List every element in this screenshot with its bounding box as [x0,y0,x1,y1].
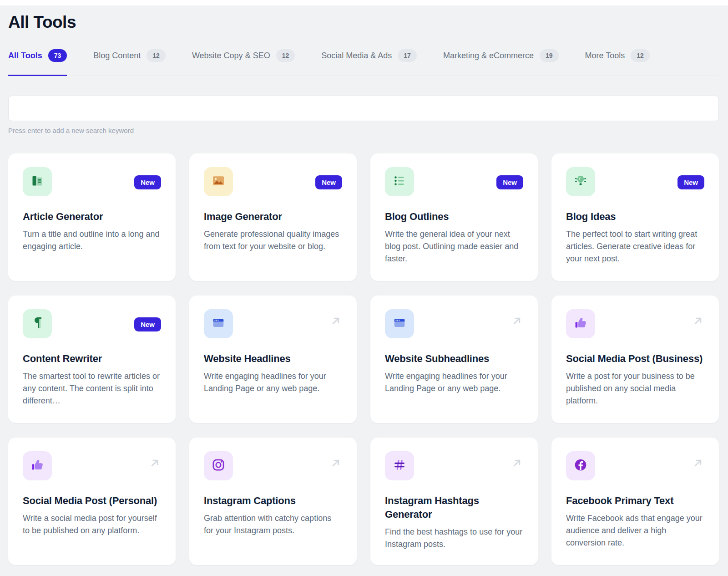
tab-social-media-ads[interactable]: Social Media & Ads 17 [321,49,417,76]
tool-title: Image Generator [204,210,342,224]
tab-label: All Tools [8,51,42,61]
tool-card[interactable]: Website Headlines Write engaging headlin… [189,296,357,423]
page-title: All Tools [8,13,719,32]
browser-icon [210,315,227,333]
search-hint: Press enter to add a new search keyword [8,127,719,134]
tool-title: Website Headlines [204,352,342,366]
tool-description: The smartest tool to rewrite articles or… [23,370,161,407]
all-tools-page: All Tools All Tools 73 Blog Content 12 W… [0,13,728,565]
tab-count-badge: 12 [276,49,295,62]
image-icon [210,173,227,191]
new-badge: New [677,175,704,189]
tab-count-badge: 19 [540,49,559,62]
lightbulb-icon [572,173,589,191]
tool-card[interactable]: Facebook Primary Text Write Facebook ads… [551,438,719,565]
instagram-icon [210,457,227,475]
tool-title: Blog Ideas [566,210,704,224]
open-arrow-icon[interactable] [329,457,342,471]
tab-label: Social Media & Ads [321,51,392,61]
tool-title: Website Subheadlines [385,352,523,366]
tool-description: Write engaging headlines for your Landin… [204,370,342,395]
tool-card[interactable]: Social Media Post (Business) Write a pos… [551,296,719,423]
tool-card[interactable]: New Content Rewriter The smartest tool t… [8,296,176,423]
facebook-icon [572,457,589,475]
tool-card[interactable]: Social Media Post (Personal) Write a soc… [8,438,176,565]
tool-title: Blog Outlines [385,210,523,224]
tool-title: Instagram Captions [204,494,342,508]
browser-icon [391,315,408,333]
tool-card-grid: New Article Generator Turn a title and o… [8,153,719,565]
tab-website-copy-seo[interactable]: Website Copy & SEO 12 [192,49,295,76]
tool-title: Social Media Post (Personal) [23,494,161,508]
tool-description: The perfect tool to start writing great … [566,228,704,265]
tool-card[interactable]: New Article Generator Turn a title and o… [8,153,176,281]
tool-description: Write a social media post for yourself t… [23,512,161,537]
tool-title: Facebook Primary Text [566,494,704,508]
tool-description: Write engaging headlines for your Landin… [385,370,523,395]
pilcrow-icon [29,315,46,333]
tool-card[interactable]: Instagram Hashtags Generator Find the be… [370,438,538,565]
tab-all-tools[interactable]: All Tools 73 [8,49,67,76]
tab-label: More Tools [585,51,625,61]
tool-card[interactable]: New Blog Ideas The perfect tool to start… [551,153,719,281]
tool-card[interactable]: New Blog Outlines Write the general idea… [370,153,538,281]
list-icon [391,173,408,191]
tool-description: Generate professional quality images fro… [204,228,342,253]
tab-more-tools[interactable]: More Tools 12 [585,49,650,76]
open-arrow-icon[interactable] [511,315,523,329]
tool-description: Find the best hashtags to use for your I… [385,526,523,551]
tool-title: Social Media Post (Business) [566,352,704,366]
open-arrow-icon[interactable] [692,457,704,471]
category-tabs: All Tools 73 Blog Content 12 Website Cop… [8,49,719,76]
tab-label: Website Copy & SEO [192,51,270,61]
tool-card[interactable]: New Image Generator Generate professiona… [189,153,357,281]
tool-description: Grab attention with catchy captions for … [204,512,342,537]
tab-blog-content[interactable]: Blog Content 12 [93,49,166,76]
tool-description: Write a post for your business to be pub… [566,370,704,407]
tab-label: Blog Content [93,51,141,61]
tool-description: Write Facebook ads that engage your audi… [566,512,704,549]
search-input[interactable] [8,96,719,121]
new-badge: New [496,175,523,189]
tab-label: Marketing & eCommerce [443,51,534,61]
new-badge: New [134,175,161,189]
tool-description: Turn a title and outline into a long and… [23,228,161,253]
tab-count-badge: 12 [147,49,166,62]
new-badge: New [315,175,342,189]
tab-count-badge: 73 [48,49,67,62]
tool-description: Write the general idea of your next blog… [385,228,523,265]
newspaper-icon [29,173,46,191]
tab-marketing-ecommerce[interactable]: Marketing & eCommerce 19 [443,49,559,76]
tool-title: Article Generator [23,210,161,224]
tab-count-badge: 17 [398,49,417,62]
open-arrow-icon[interactable] [692,315,704,329]
open-arrow-icon[interactable] [329,315,342,329]
thumbs-up-icon [29,457,46,475]
thumbs-up-icon [572,315,589,333]
tool-title: Instagram Hashtags Generator [385,494,523,521]
tab-count-badge: 12 [631,49,650,62]
open-arrow-icon[interactable] [511,457,523,471]
tool-title: Content Rewriter [23,352,161,366]
tool-card[interactable]: Website Subheadlines Write engaging head… [370,296,538,423]
hashtag-icon [391,457,408,475]
open-arrow-icon[interactable] [148,457,161,471]
new-badge: New [134,317,161,331]
tool-card[interactable]: Instagram Captions Grab attention with c… [189,438,357,565]
top-strip [0,0,728,5]
